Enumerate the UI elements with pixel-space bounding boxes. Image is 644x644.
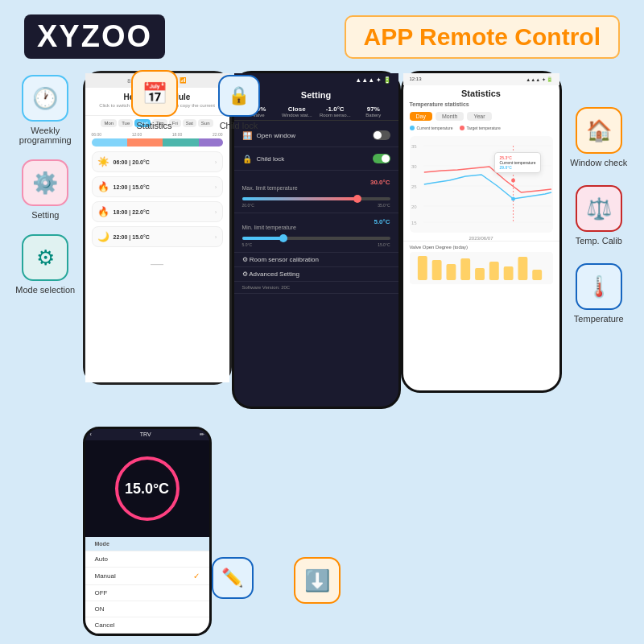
temp-stats-label: Temperature statistics bbox=[403, 101, 559, 109]
temperature-icon-box[interactable]: 🌡️ bbox=[576, 263, 622, 310]
svg-rect-21 bbox=[532, 270, 542, 280]
home-indicator: — bbox=[85, 250, 229, 278]
childlock-icon-box[interactable]: 🔒 bbox=[218, 75, 260, 117]
chevron-4: › bbox=[215, 233, 217, 241]
trv-menu-on[interactable]: ON bbox=[85, 601, 209, 617]
stats-tabs: Day Month Year bbox=[403, 109, 559, 123]
trv-screen: 15.0°C bbox=[85, 440, 209, 537]
thermometer-icon: 🌡️ bbox=[586, 275, 612, 299]
chevron-1: › bbox=[215, 159, 217, 166]
max-temp-range: 20.0°C35.0°C bbox=[242, 203, 390, 208]
stats-inner: 12:13 ▲▲▲ ✦ 🔋 Statistics Temperature sta… bbox=[403, 73, 559, 390]
tab-month[interactable]: Month bbox=[436, 112, 464, 121]
legend-dot-target bbox=[460, 126, 464, 130]
max-temp-section: Max. limit temperature 30.0°C 20.0°C35.0… bbox=[234, 174, 398, 213]
childlock-row-icon: 🔒 bbox=[242, 155, 252, 163]
download-icon-box[interactable]: ⬇️ bbox=[294, 557, 341, 604]
schedule-row-4[interactable]: 🌙 22:00 | 15.0°C › bbox=[92, 226, 223, 247]
sched-icon-3: 🔥 bbox=[97, 206, 109, 217]
time-seg-4 bbox=[199, 138, 223, 147]
sched-icon-2: 🔥 bbox=[97, 181, 109, 192]
home-icon: 🏠 bbox=[586, 118, 612, 143]
min-temp-range: 5.0°C15.0°C bbox=[242, 242, 390, 247]
min-temp-section: Min. limit temperature 5.0°C 5.0°C15.0°C bbox=[234, 213, 398, 253]
valve-section: Valve Open Degree (today) bbox=[403, 241, 559, 287]
mode-icon-item: ⚙ Mode selection bbox=[15, 234, 75, 295]
statistics-icon-box[interactable]: 📅 bbox=[131, 70, 178, 117]
schedule-row-3[interactable]: 🔥 18:00 | 22.0°C › bbox=[92, 201, 223, 222]
legend-current: Current temperature bbox=[410, 126, 453, 130]
svg-text:15: 15 bbox=[411, 221, 416, 225]
tab-year[interactable]: Year bbox=[467, 112, 491, 121]
childlock-label: Child lock bbox=[220, 121, 258, 130]
tab-day[interactable]: Day bbox=[410, 112, 432, 121]
svg-rect-15 bbox=[446, 264, 456, 280]
settings-software: Software Version: 20C bbox=[234, 282, 398, 294]
setting-icon-box[interactable]: ⚙️ bbox=[22, 159, 68, 206]
trv-menu-cancel[interactable]: Cancel bbox=[85, 617, 209, 634]
svg-rect-18 bbox=[489, 262, 498, 280]
temp-calib-icon-box[interactable]: ⚖️ bbox=[576, 185, 622, 232]
edit-icon-box[interactable]: ✏️ bbox=[212, 557, 254, 599]
svg-rect-17 bbox=[475, 268, 485, 280]
time-bar-area: 06:0012:0018:0022:00 bbox=[85, 130, 229, 148]
stats-signal: ▲▲▲ ✦ 🔋 bbox=[526, 76, 552, 82]
schedule-row-1[interactable]: ☀️ 06:00 | 20.0°C › bbox=[92, 151, 223, 172]
sched-time-1: 06:00 | 20.0°C bbox=[114, 159, 150, 165]
temp-calib-item: ⚖️ Temp. Calib bbox=[576, 185, 622, 246]
sched-icon-1: ☀️ bbox=[97, 156, 109, 167]
svg-rect-19 bbox=[503, 266, 513, 280]
gear-icon: ⚙️ bbox=[32, 171, 58, 196]
weekly-label: Weekly programming bbox=[8, 126, 83, 145]
statistics-label: Statistics bbox=[136, 121, 171, 130]
temperature-chart: 35 30 25 20 15 bbox=[410, 136, 553, 233]
trv-menu-off[interactable]: OFF bbox=[85, 585, 209, 601]
temp-chart-svg: 35 30 25 20 15 bbox=[410, 136, 553, 233]
setting-label: Setting bbox=[31, 210, 59, 220]
sched-icon-4: 🌙 bbox=[97, 231, 109, 242]
mode-icon-box[interactable]: ⚙ bbox=[22, 234, 68, 281]
min-temp-slider[interactable] bbox=[242, 237, 390, 240]
valve-chart-svg bbox=[410, 252, 553, 284]
max-temp-label: Max. limit temperature bbox=[242, 185, 298, 191]
left-icons-col: 🕐 Weekly programming ⚙️ Setting ⚙ Mode s… bbox=[0, 67, 83, 644]
settings-row-childlock: 🔒 Child lock bbox=[234, 147, 398, 171]
window-check-icon-box[interactable]: 🏠 bbox=[576, 107, 622, 154]
stats-time: 12:13 bbox=[410, 76, 422, 82]
trv-back[interactable]: ‹ bbox=[90, 431, 92, 438]
mode-icon: ⚙ bbox=[36, 246, 55, 270]
svg-rect-14 bbox=[431, 260, 441, 280]
stat-room: -1.0°C Room senso... bbox=[317, 105, 354, 118]
trv-edit[interactable]: ✏ bbox=[200, 431, 204, 438]
trv-inner: ‹ TRV ✏ 15.0°C Mode Auto bbox=[85, 429, 209, 634]
legend-dot-current bbox=[410, 126, 415, 130]
chevron-3: › bbox=[215, 208, 217, 216]
center-icons-row: 📅 Statistics 🔒 Child lock bbox=[131, 67, 260, 130]
trv-menu-auto[interactable]: Auto bbox=[85, 551, 209, 568]
max-temp-thumb[interactable] bbox=[353, 195, 361, 203]
time-seg-2 bbox=[127, 138, 163, 147]
time-bar bbox=[92, 138, 223, 147]
day-mon[interactable]: Mon bbox=[101, 119, 117, 127]
temperature-label: Temperature bbox=[574, 314, 624, 324]
settings-room-sensor: ⚙ Room sensor calibration bbox=[234, 253, 398, 267]
trv-title: TRV bbox=[140, 431, 151, 438]
header: XYZOO APP Remote Control bbox=[0, 0, 644, 67]
stats-title: Statistics bbox=[403, 85, 559, 101]
window-check-label: Window check bbox=[570, 158, 627, 167]
manual-check: ✓ bbox=[193, 572, 200, 580]
trv-menu-manual[interactable]: Manual ✓ bbox=[85, 568, 209, 585]
childlock-row-label: Child lock bbox=[257, 155, 368, 163]
schedule-items: ☀️ 06:00 | 20.0°C › 🔥 12:00 | 15.0°C › 🔥… bbox=[85, 148, 229, 250]
weekly-icon-box[interactable]: 🕐 bbox=[22, 75, 68, 122]
schedule-row-2[interactable]: 🔥 12:00 | 15.0°C › bbox=[92, 176, 223, 197]
trv-menu: Mode Auto Manual ✓ OFF ON bbox=[85, 537, 209, 634]
svg-text:30: 30 bbox=[411, 164, 416, 169]
max-temp-slider[interactable] bbox=[242, 197, 390, 200]
childlock-toggle[interactable] bbox=[373, 154, 390, 163]
min-temp-thumb[interactable] bbox=[279, 234, 287, 242]
download-icon: ⬇️ bbox=[304, 568, 330, 593]
temp-calib-label: Temp. Calib bbox=[576, 236, 622, 246]
svg-text:25: 25 bbox=[411, 184, 416, 189]
open-window-toggle[interactable] bbox=[373, 130, 390, 140]
